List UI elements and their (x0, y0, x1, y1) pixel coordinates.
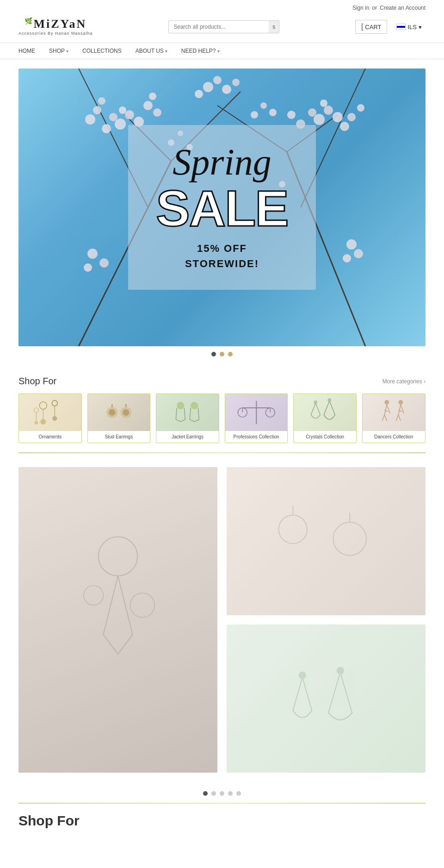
carousel-dot-3[interactable] (228, 352, 233, 356)
sign-in-link[interactable]: Sign in (352, 5, 370, 11)
svg-point-45 (260, 102, 267, 109)
nav-item-shop[interactable]: SHOP ▾ (49, 48, 68, 54)
svg-point-12 (119, 106, 126, 114)
bottom-carousel-dots (0, 782, 444, 800)
category-img-ornaments (19, 394, 81, 431)
shop-for-section: Shop For More categories › Ornaments (0, 367, 444, 448)
nav-item-help[interactable]: NEED HELP? ▾ (181, 48, 220, 54)
svg-point-14 (93, 106, 101, 114)
svg-point-54 (52, 416, 57, 421)
svg-point-75 (398, 400, 403, 405)
lang-label: ILS (407, 24, 417, 31)
logo[interactable]: 🌿 MiZYaN Accessories By Hanan Massalha (18, 18, 93, 36)
svg-point-77 (84, 586, 103, 605)
promo-card-left[interactable] (18, 467, 217, 773)
nav-home-label: HOME (18, 48, 35, 54)
nav-help-arrow-icon: ▾ (217, 49, 220, 54)
svg-point-76 (99, 537, 137, 575)
svg-point-11 (109, 113, 117, 121)
nav-shop-arrow-icon: ▾ (66, 49, 68, 54)
category-label-ornaments: Ornaments (19, 431, 81, 443)
svg-point-78 (130, 593, 154, 618)
category-card-stud[interactable]: Stud Earrings (87, 393, 151, 443)
lang-arrow-icon: ▾ (419, 24, 422, 31)
promo-bottom-right-image (247, 639, 406, 758)
bottom-dot-4[interactable] (228, 791, 233, 796)
category-img-stud (88, 394, 150, 431)
section-divider-2 (18, 803, 426, 804)
nav-item-home[interactable]: HOME (18, 48, 35, 54)
promo-card-top-right[interactable] (227, 467, 426, 615)
svg-point-18 (153, 108, 161, 117)
cart-button[interactable]: [ CART (355, 20, 388, 34)
israel-flag-icon (396, 24, 406, 30)
nav-collections-label: COLLECTIONS (82, 48, 122, 54)
category-card-dancers[interactable]: Dancers Collection (362, 393, 426, 443)
jacket-earrings-icon (156, 394, 219, 431)
more-categories-link[interactable]: More categories › (382, 378, 426, 385)
hero-content-box: Spring SALE 15% OFF STOREWIDE! (128, 125, 315, 290)
svg-point-40 (343, 254, 351, 262)
nav-item-about[interactable]: ABOUT US ▾ (136, 48, 167, 54)
category-card-jacket[interactable]: Jacket Earrings (156, 393, 219, 443)
categories-grid: Ornaments Stud Earrings (18, 393, 426, 443)
nav-help-label: NEED HELP? (181, 48, 216, 54)
svg-point-36 (99, 258, 109, 268)
bottom-dot-2[interactable] (211, 791, 216, 796)
category-card-crystals[interactable]: Crystals Collection (293, 393, 357, 443)
nav-about-arrow-icon: ▾ (165, 49, 167, 54)
promo-card-bottom-right[interactable] (227, 624, 426, 773)
svg-point-35 (87, 249, 98, 259)
svg-point-57 (34, 421, 38, 425)
cart-label: CART (365, 24, 381, 31)
hero-discount-line1: 15% OFF (156, 241, 288, 256)
svg-point-37 (84, 263, 92, 272)
shop-bottom-section: Shop For (0, 806, 444, 831)
svg-point-15 (85, 114, 95, 125)
svg-point-28 (308, 108, 316, 117)
bottom-dot-1[interactable] (203, 791, 208, 796)
category-img-professions (225, 394, 288, 431)
nav-item-collections[interactable]: COLLECTIONS (82, 48, 122, 54)
promo-grid (18, 467, 426, 773)
carousel-dot-1[interactable] (211, 352, 216, 356)
section-divider-1 (18, 452, 426, 453)
hero-banner: Spring SALE 15% OFF STOREWIDE! (18, 69, 426, 346)
svg-point-32 (357, 104, 364, 112)
svg-point-23 (232, 79, 240, 86)
create-account-link[interactable]: Create an Account (380, 5, 426, 11)
svg-point-73 (328, 398, 332, 402)
svg-point-22 (222, 85, 231, 94)
svg-point-51 (40, 419, 46, 425)
ornaments-icon (19, 394, 81, 431)
svg-point-19 (149, 93, 156, 100)
nav-shop-label: SHOP (49, 48, 65, 54)
dancers-icon (363, 394, 425, 431)
bottom-dot-3[interactable] (220, 791, 224, 796)
crystals-icon (294, 394, 356, 431)
cart-bracket: [ (361, 23, 363, 31)
shop-bottom-title: Shop For (18, 813, 426, 829)
header-main: 🌿 MiZYaN Accessories By Hanan Massalha s… (0, 13, 444, 43)
category-label-professions: Professions Collection (225, 431, 288, 443)
category-label-jacket: Jacket Earrings (156, 431, 219, 443)
category-card-professions[interactable]: Professions Collection (225, 393, 288, 443)
svg-point-29 (320, 100, 327, 107)
svg-point-26 (324, 106, 333, 115)
svg-point-61 (123, 409, 129, 416)
search-button[interactable]: s (269, 21, 279, 33)
bottom-dot-5[interactable] (236, 791, 241, 796)
carousel-dot-2[interactable] (220, 352, 224, 356)
svg-point-34 (287, 111, 296, 119)
professions-icon (225, 394, 288, 431)
svg-point-64 (177, 402, 184, 409)
language-selector[interactable]: ILS ▾ (393, 21, 426, 33)
hero-discount-line2: STOREWIDE! (156, 256, 288, 271)
svg-point-13 (102, 124, 111, 133)
svg-point-9 (125, 110, 134, 119)
svg-point-20 (203, 82, 213, 92)
category-card-ornaments[interactable]: Ornaments (18, 393, 82, 443)
category-label-dancers: Dancers Collection (363, 431, 425, 443)
search-input[interactable] (169, 21, 269, 33)
promo-section (0, 458, 444, 782)
